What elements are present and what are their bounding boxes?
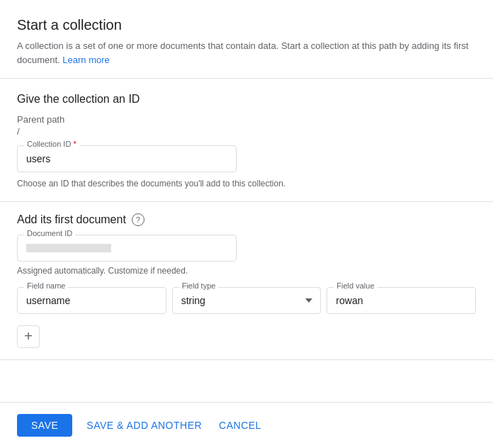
field-name-label: Field name (24, 281, 68, 290)
document-id-hint: Assigned automatically. Customize if nee… (17, 266, 476, 276)
document-id-group: Document ID (17, 235, 476, 262)
document-section-title-row: Add its first document ? (17, 213, 476, 226)
cancel-button[interactable]: CANCEL (216, 414, 264, 437)
field-name-input[interactable] (17, 287, 166, 314)
footer-actions: SAVE SAVE & ADD ANOTHER CANCEL (0, 402, 493, 448)
page-description: A collection is a set of one or more doc… (17, 39, 476, 67)
field-type-select[interactable]: string number boolean map array null tim… (172, 287, 322, 314)
collection-id-label: Collection ID * (24, 140, 79, 148)
parent-path-value: / (17, 126, 476, 137)
add-icon: + (24, 328, 33, 345)
page-container: Start a collection A collection is a set… (0, 0, 493, 448)
document-id-input[interactable] (17, 235, 237, 262)
page-title: Start a collection (17, 17, 476, 33)
add-field-button[interactable]: + (17, 325, 40, 348)
collection-id-input[interactable] (17, 145, 237, 172)
field-type-select-wrapper: string number boolean map array null tim… (172, 287, 322, 314)
parent-path-label: Parent path (17, 114, 476, 125)
collection-section-title: Give the collection an ID (17, 93, 476, 106)
document-section: Add its first document ? Document ID Ass… (0, 202, 493, 360)
document-section-title: Add its first document (17, 213, 126, 226)
document-id-label: Document ID (24, 229, 75, 237)
help-icon[interactable]: ? (132, 213, 144, 226)
field-type-group: Field type string number boolean map arr… (172, 287, 322, 314)
learn-more-link[interactable]: Learn more (62, 55, 109, 65)
field-value-label: Field value (334, 281, 377, 290)
field-type-label: Field type (179, 281, 219, 290)
top-section: Start a collection A collection is a set… (0, 0, 493, 79)
field-value-input[interactable] (327, 287, 476, 314)
collection-id-hint: Choose an ID that describes the document… (17, 178, 476, 190)
fields-row: Field name Field type string number bool… (17, 287, 476, 314)
field-name-group: Field name (17, 287, 166, 314)
save-button[interactable]: SAVE (17, 414, 72, 437)
collection-id-section: Give the collection an ID Parent path / … (0, 79, 493, 202)
field-value-group: Field value (327, 287, 476, 314)
save-add-another-button[interactable]: SAVE & ADD ANOTHER (84, 414, 205, 437)
collection-id-group: Collection ID * (17, 145, 476, 172)
